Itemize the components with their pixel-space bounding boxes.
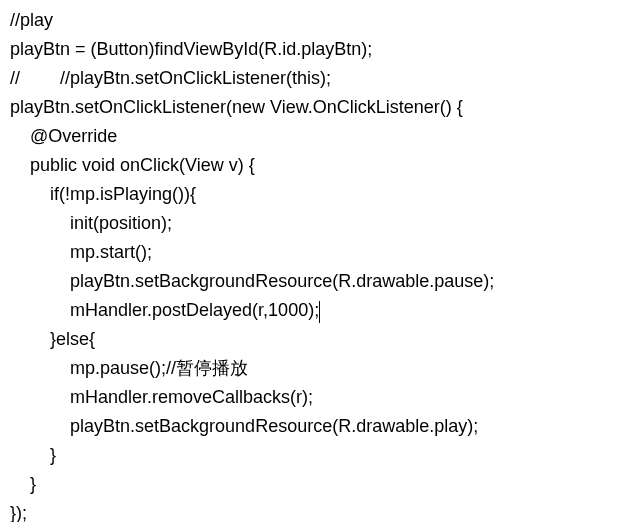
code-line: playBtn = (Button)findViewById(R.id.play… — [10, 35, 607, 64]
code-line: //play — [10, 6, 607, 35]
code-line: playBtn.setBackgroundResource(R.drawable… — [10, 267, 607, 296]
code-line: // //playBtn.setOnClickListener(this); — [10, 64, 607, 93]
code-line: } — [10, 470, 607, 499]
text-caret — [319, 301, 320, 323]
code-line: mHandler.removeCallbacks(r); — [10, 383, 607, 412]
code-line: if(!mp.isPlaying()){ — [10, 180, 607, 209]
code-line: mp.start(); — [10, 238, 607, 267]
code-line: init(position); — [10, 209, 607, 238]
code-line: public void onClick(View v) { — [10, 151, 607, 180]
code-line-caret: mHandler.postDelayed(r,1000); — [10, 296, 607, 325]
code-line: }else{ — [10, 325, 607, 354]
code-text: mHandler.postDelayed(r,1000); — [10, 300, 319, 320]
code-line: playBtn.setBackgroundResource(R.drawable… — [10, 412, 607, 441]
code-line: @Override — [10, 122, 607, 151]
code-block: //playplayBtn = (Button)findViewById(R.i… — [0, 0, 617, 522]
code-line: playBtn.setOnClickListener(new View.OnCl… — [10, 93, 607, 122]
code-line: mp.pause();//暂停播放 — [10, 354, 607, 383]
code-line: }); — [10, 499, 607, 522]
code-line: } — [10, 441, 607, 470]
